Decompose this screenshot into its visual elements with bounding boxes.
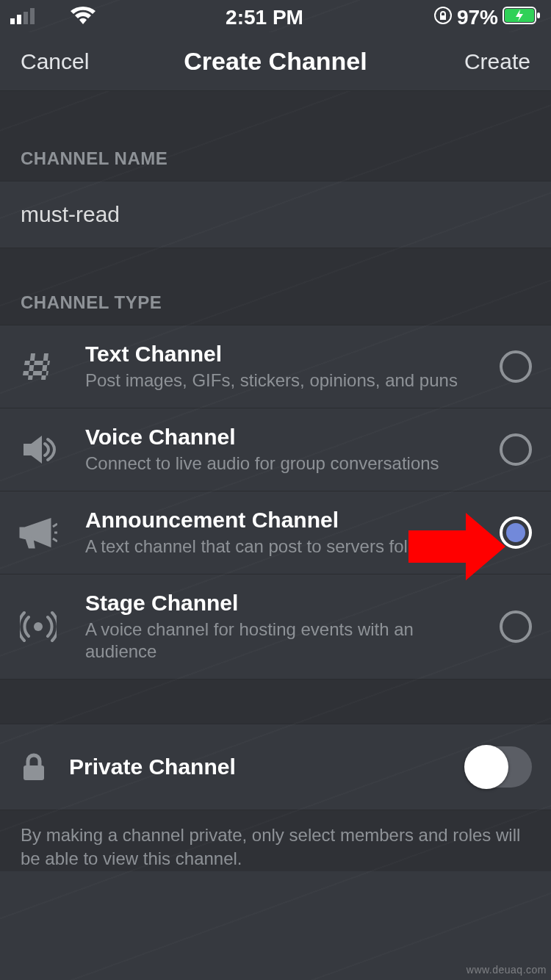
wifi-icon (71, 7, 96, 29)
create-button[interactable]: Create (464, 49, 530, 74)
svg-point-9 (34, 622, 43, 631)
cell-signal-icon (10, 7, 35, 29)
battery-pct: 97% (457, 6, 498, 29)
section-header-channel-type: CHANNEL TYPE (0, 292, 551, 325)
private-channel-row: Private Channel (0, 724, 551, 810)
private-footnote: By making a channel private, only select… (0, 810, 551, 871)
channel-type-text[interactable]: Text Channel Post images, GIFs, stickers… (0, 325, 551, 408)
channel-type-stage[interactable]: Stage Channel A voice channel for hostin… (0, 574, 551, 679)
status-bar: 2:51 PM 97% (0, 0, 551, 32)
channel-name-input[interactable] (21, 202, 530, 227)
svg-rect-5 (440, 15, 446, 20)
svg-rect-1 (17, 15, 21, 24)
section-spacer (0, 248, 551, 292)
battery-charging-icon (503, 7, 541, 29)
type-title: Voice Channel (85, 425, 480, 450)
private-toggle[interactable] (464, 746, 532, 788)
type-subtitle: Post images, GIFs, stickers, opinions, a… (85, 370, 480, 392)
type-title: Stage Channel (85, 591, 480, 616)
channel-name-row[interactable] (0, 181, 551, 248)
section-spacer (0, 91, 551, 148)
svg-rect-10 (24, 765, 44, 780)
private-channel-label: Private Channel (51, 754, 464, 779)
section-header-channel-name: CHANNEL NAME (0, 148, 551, 181)
section-spacer (0, 680, 551, 724)
cancel-button[interactable]: Cancel (21, 49, 89, 74)
annotation-arrow-icon (408, 513, 505, 583)
radio-button[interactable] (500, 610, 532, 643)
type-subtitle: Connect to live audio for group conversa… (85, 453, 480, 475)
watermark-text: www.deuaq.com (467, 964, 547, 976)
lock-icon (16, 752, 51, 782)
orientation-lock-icon (433, 6, 453, 30)
type-title: Text Channel (85, 342, 480, 367)
speaker-icon (16, 428, 60, 472)
radio-button[interactable] (500, 433, 532, 466)
type-subtitle: A voice channel for hosting events with … (85, 619, 480, 663)
svg-rect-3 (30, 8, 35, 24)
hash-icon (16, 345, 60, 389)
channel-type-voice[interactable]: Voice Channel Connect to live audio for … (0, 408, 551, 491)
svg-rect-0 (10, 18, 15, 24)
radio-button[interactable] (500, 350, 532, 383)
stage-icon (16, 605, 60, 649)
svg-rect-2 (24, 12, 28, 24)
channel-type-list: Text Channel Post images, GIFs, stickers… (0, 325, 551, 680)
megaphone-icon (16, 511, 60, 555)
status-time: 2:51 PM (226, 6, 303, 29)
nav-bar: Cancel Create Channel Create (0, 32, 551, 91)
svg-rect-8 (537, 12, 540, 18)
